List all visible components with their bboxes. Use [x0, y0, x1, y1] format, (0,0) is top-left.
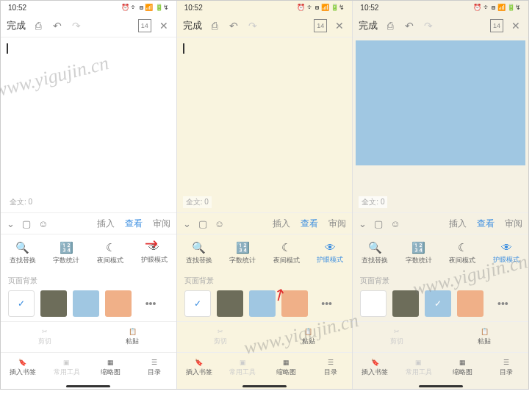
background-swatches: ••• — [184, 290, 345, 317]
background-section: 页面背景 ••• — [177, 271, 353, 321]
save-icon[interactable]: ⎙ — [32, 19, 45, 32]
thumbnail-button[interactable]: ▦缩略图 — [88, 353, 132, 383]
presentation-icon[interactable]: ▢ — [198, 218, 207, 229]
document-canvas[interactable] — [180, 40, 350, 165]
find-replace-button[interactable]: 🔍查找替换 — [10, 241, 36, 265]
background-label: 页面背景 — [184, 276, 345, 286]
paste-button[interactable]: 📋粘贴 — [265, 322, 352, 352]
swatch-gray[interactable] — [40, 290, 67, 317]
chevron-down-icon[interactable]: ⌄ — [183, 218, 191, 229]
presentation-icon[interactable]: ▢ — [374, 218, 383, 229]
night-mode-button[interactable]: ☾夜间模式 — [273, 241, 300, 265]
word-count-button[interactable]: 🔢字数统计 — [53, 241, 79, 265]
swatch-more[interactable]: ••• — [314, 290, 340, 317]
toc-button[interactable]: ☰目录 — [132, 353, 176, 383]
tools-icon: ▣ — [63, 359, 70, 366]
swatch-orange[interactable] — [457, 290, 484, 317]
thumbnail-button[interactable]: ▦缩略图 — [441, 353, 485, 383]
eye-mode-button[interactable]: 👁护眼模式 — [493, 241, 520, 265]
tab-review[interactable]: 审阅 — [505, 218, 522, 230]
toc-button[interactable]: ☰目录 — [309, 353, 353, 383]
redo-icon[interactable]: ↷ — [246, 19, 259, 32]
eye-icon: 👁 — [325, 241, 336, 254]
tab-view[interactable]: 查看 — [301, 218, 318, 230]
word-count-button[interactable]: 🔢字数统计 — [406, 241, 432, 265]
close-icon[interactable]: ✕ — [157, 19, 170, 32]
tab-review[interactable]: 审阅 — [328, 218, 346, 230]
find-replace-button[interactable]: 🔍查找替换 — [186, 241, 212, 265]
swatch-orange[interactable] — [105, 290, 132, 317]
bookmark-button[interactable]: 🔖插入书签 — [1, 353, 45, 383]
list-icon: ☰ — [503, 359, 509, 366]
tab-review[interactable]: 审阅 — [153, 218, 170, 230]
background-label: 页面背景 — [360, 276, 521, 286]
swatch-gray[interactable] — [217, 290, 243, 317]
thumbnail-button[interactable]: ▦缩略图 — [265, 353, 309, 383]
save-icon[interactable]: ⎙ — [208, 19, 221, 32]
document-canvas[interactable] — [4, 40, 173, 165]
toc-button[interactable]: ☰目录 — [484, 353, 528, 383]
paste-button[interactable]: 📋粘贴 — [88, 322, 176, 352]
eye-mode-button[interactable]: 👁护眼模式 — [141, 241, 168, 265]
swatch-more[interactable]: ••• — [489, 290, 516, 317]
undo-icon[interactable]: ↶ — [403, 19, 416, 32]
undo-icon[interactable]: ↶ — [51, 19, 64, 32]
editor-area[interactable]: 全文: 0 — [353, 37, 528, 212]
swatch-blue[interactable] — [73, 290, 99, 317]
swatch-gray[interactable] — [392, 290, 419, 317]
save-icon[interactable]: ⎙ — [384, 19, 397, 32]
tab-insert[interactable]: 插入 — [273, 218, 290, 230]
swatch-blue[interactable] — [249, 290, 276, 317]
redo-icon[interactable]: ↷ — [70, 19, 83, 32]
swatch-white[interactable] — [184, 290, 211, 317]
counter-icon: 🔢 — [60, 241, 73, 254]
close-icon[interactable]: ✕ — [333, 19, 346, 32]
tab-view[interactable]: 查看 — [477, 218, 495, 230]
clipboard-icon: 📋 — [304, 328, 312, 335]
find-replace-button[interactable]: 🔍查找替换 — [362, 241, 388, 265]
editor-area[interactable]: 全文: 0 — [1, 37, 176, 212]
cut-button: ✂剪切 — [353, 322, 440, 352]
paste-button[interactable]: 📋粘贴 — [441, 322, 528, 352]
face-icon[interactable]: ☺ — [215, 218, 224, 229]
redo-icon[interactable]: ↷ — [422, 19, 435, 32]
grid-icon: ▦ — [459, 359, 466, 366]
page-badge[interactable]: 14 — [490, 19, 503, 32]
word-count-badge: 全文: 0 — [359, 196, 387, 208]
swatch-more[interactable]: ••• — [137, 290, 164, 317]
eye-mode-button[interactable]: 👁护眼模式 — [317, 241, 343, 265]
counter-icon: 🔢 — [236, 241, 250, 254]
night-mode-button[interactable]: ☾夜间模式 — [97, 241, 123, 265]
face-icon[interactable]: ☺ — [38, 218, 48, 229]
tab-insert[interactable]: 插入 — [449, 218, 467, 230]
face-icon[interactable]: ☺ — [390, 218, 400, 229]
presentation-icon[interactable]: ▢ — [22, 218, 31, 229]
background-swatches: ••• — [8, 290, 169, 317]
editor-area[interactable]: 全文: 0 — [177, 37, 353, 212]
moon-icon: ☾ — [106, 241, 115, 254]
word-count-button[interactable]: 🔢字数统计 — [229, 241, 256, 265]
done-button[interactable]: 完成 — [7, 19, 26, 32]
swatch-white[interactable] — [8, 290, 35, 317]
page-badge[interactable]: 14 — [314, 19, 327, 32]
document-canvas[interactable] — [356, 40, 525, 165]
done-button[interactable]: 完成 — [183, 19, 202, 32]
night-mode-button[interactable]: ☾夜间模式 — [449, 241, 475, 265]
done-button[interactable]: 完成 — [359, 19, 378, 32]
grid-icon: ▦ — [107, 359, 114, 366]
swatch-blue[interactable] — [425, 290, 451, 317]
bookmark-button[interactable]: 🔖插入书签 — [177, 353, 221, 383]
swatch-white[interactable] — [360, 290, 387, 317]
page-badge[interactable]: 14 — [138, 19, 151, 32]
close-icon[interactable]: ✕ — [509, 19, 522, 32]
clipboard-row: ✂剪切 📋粘贴 — [353, 321, 528, 352]
chevron-down-icon[interactable]: ⌄ — [7, 218, 15, 229]
undo-icon[interactable]: ↶ — [227, 19, 240, 32]
text-cursor — [183, 43, 184, 54]
chevron-down-icon[interactable]: ⌄ — [359, 218, 367, 229]
swatch-orange[interactable] — [281, 290, 308, 317]
tab-insert[interactable]: 插入 — [97, 218, 115, 230]
tab-view[interactable]: 查看 — [125, 218, 143, 230]
action-row: 🔍查找替换 🔢字数统计 ☾夜间模式 👁护眼模式 — [353, 234, 528, 271]
bookmark-button[interactable]: 🔖插入书签 — [353, 353, 397, 383]
